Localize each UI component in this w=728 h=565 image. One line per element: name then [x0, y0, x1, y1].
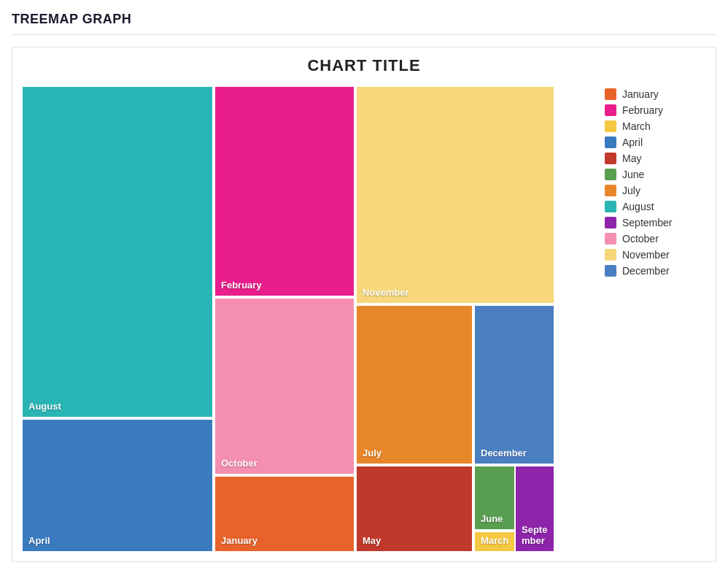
legend-swatch-june [605, 169, 616, 180]
treemap-cell-august: August [21, 85, 214, 418]
legend-label-march: March [622, 120, 651, 132]
legend-label-april: April [622, 137, 643, 148]
legend-label-may: May [622, 153, 641, 164]
legend-swatch-september [605, 217, 616, 228]
treemap-label-january: January [221, 535, 257, 547]
legend-item-january: January [605, 88, 707, 100]
treemap-cell-november: November [355, 85, 555, 304]
page-title: TREEMAP GRAPH [12, 12, 716, 35]
treemap-label-march: March [481, 535, 508, 547]
treemap-label-may: May [363, 535, 381, 547]
treemap-label-february: February [221, 280, 262, 291]
legend-item-november: November [605, 249, 707, 261]
legend-item-december: December [605, 265, 707, 277]
legend-swatch-november [605, 249, 616, 261]
legend-label-september: September [622, 217, 672, 228]
legend-label-november: November [622, 249, 670, 261]
legend-item-may: May [605, 153, 707, 164]
legend-swatch-april [605, 137, 616, 148]
treemap-label-september: September [522, 524, 548, 547]
treemap-cell-april: April [21, 418, 214, 553]
legend-swatch-march [605, 120, 616, 132]
treemap-cell-october: October [214, 297, 355, 475]
legend-item-july: July [605, 185, 707, 196]
legend-swatch-july [605, 185, 616, 196]
chart-title: CHART TITLE [307, 56, 420, 75]
legend-swatch-may [605, 153, 616, 164]
chart-container: CHART TITLE AugustAprilFebruaryOctoberJa… [12, 47, 716, 562]
legend-item-april: April [605, 137, 707, 148]
legend: JanuaryFebruaryMarchAprilMayJuneJulyAugu… [605, 85, 707, 553]
treemap-label-december: December [481, 447, 527, 459]
treemap-label-june: June [481, 513, 503, 525]
legend-swatch-february [605, 104, 616, 116]
legend-label-january: January [622, 88, 659, 100]
legend-swatch-january [605, 88, 616, 100]
legend-label-december: December [622, 265, 670, 277]
treemap-label-april: April [28, 535, 50, 547]
legend-item-october: October [605, 233, 707, 245]
legend-label-june: June [622, 169, 644, 180]
legend-label-july: July [622, 185, 640, 196]
treemap: AugustAprilFebruaryOctoberJanuaryNovembe… [21, 85, 596, 553]
legend-item-september: September [605, 217, 707, 228]
treemap-cell-january: January [214, 475, 355, 553]
treemap-cell-september: September [514, 465, 555, 553]
treemap-cell-july: July [355, 304, 473, 465]
legend-item-june: June [605, 169, 707, 180]
legend-label-october: October [622, 233, 659, 245]
chart-body: AugustAprilFebruaryOctoberJanuaryNovembe… [21, 85, 707, 553]
treemap-cell-december: December [473, 304, 555, 465]
legend-item-february: February [605, 104, 707, 116]
legend-label-august: August [622, 201, 654, 212]
treemap-label-august: August [28, 401, 61, 412]
legend-swatch-august [605, 201, 616, 212]
treemap-cell-may: May [355, 465, 473, 553]
legend-label-february: February [622, 104, 663, 116]
legend-swatch-december [605, 265, 616, 277]
treemap-label-november: November [363, 287, 409, 299]
legend-item-august: August [605, 201, 707, 212]
legend-item-march: March [605, 120, 707, 132]
legend-swatch-october [605, 233, 616, 245]
treemap-label-october: October [221, 458, 257, 469]
treemap-label-july: July [363, 447, 382, 459]
treemap-cell-february: February [214, 85, 355, 297]
